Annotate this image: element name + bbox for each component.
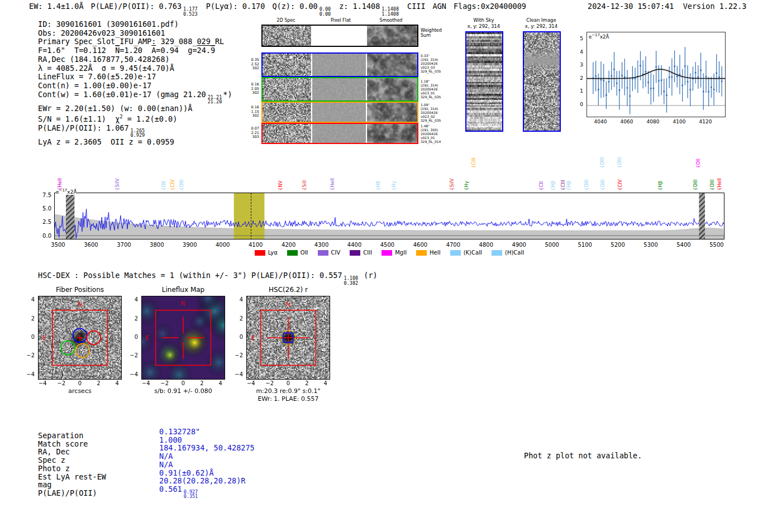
spectral-line-label: {OII xyxy=(695,159,701,168)
tick-label: 4 xyxy=(230,296,243,303)
legend-item: CIV xyxy=(318,250,341,256)
match-table-labels: SeparationMatch scoreRA, DecSpec zPhoto … xyxy=(38,432,106,497)
tick-label: 4500 xyxy=(380,242,394,248)
spec2d-row-fiber3 xyxy=(261,102,418,123)
plae-stack: 1.1770.523 xyxy=(183,7,198,16)
match-row-value: 1.000 xyxy=(159,436,255,444)
legend-swatch xyxy=(492,250,502,256)
plya-value: P(Lyα): 0.170 xyxy=(206,2,265,11)
tick-label: 5 xyxy=(574,36,583,41)
tick-label: 2 xyxy=(574,75,583,81)
spectral-line-label: {Hβ xyxy=(566,181,571,190)
legend-item: Lyα xyxy=(255,250,278,256)
fiber-positions-image: N E xyxy=(38,296,122,380)
legend-item: (K)CaII xyxy=(450,250,482,256)
tick-label: 2 xyxy=(200,380,203,386)
line-fit-plot xyxy=(586,32,726,117)
tick-label: 4040 xyxy=(594,119,607,124)
crosshair xyxy=(268,317,309,359)
spec2d-image xyxy=(263,54,311,76)
hsc-image: N E xyxy=(246,296,330,380)
tick-label: −4 xyxy=(21,371,35,377)
spectral-line-label: {NV xyxy=(278,180,283,190)
east-label: E xyxy=(42,335,46,341)
east-label: E xyxy=(251,335,255,341)
flags-value: Flags:0x20400009 xyxy=(454,2,526,11)
z-value: z: 1.14081.14081.1408 xyxy=(339,2,400,11)
tick-label: 5500 xyxy=(709,242,723,248)
match-row-label: Separation xyxy=(38,432,106,440)
clean-image-title: Clean Image xyxy=(526,17,556,23)
match-row-label: Match score xyxy=(38,440,106,448)
tick-label: 3700 xyxy=(117,242,131,248)
legend-item: MgII xyxy=(382,250,407,256)
lineflux-overlay: N E xyxy=(142,296,225,379)
match-row-label: Est LyA rest-EW xyxy=(38,473,106,481)
lineflux: LineFlux = 7.60(±5.20)e-17 xyxy=(38,73,232,82)
tick-label: 0 xyxy=(78,380,82,386)
north-label: N xyxy=(78,301,82,308)
tick-label: 4300 xyxy=(314,242,328,248)
pixelflat-image xyxy=(312,124,366,143)
photz-note: Phot z plot not available. xyxy=(524,451,642,460)
fiber1-weights: 0.352.52302 xyxy=(245,58,259,71)
fiber3-weights: 0.161.15302 xyxy=(245,106,259,118)
spectral-line-label: {OIII xyxy=(584,179,589,190)
plae-poii-local: P(LAE)/P(OII): 1.0671.2650.929 xyxy=(38,124,232,138)
col-header-smoothed: Smoothed xyxy=(380,18,403,23)
legend-swatch xyxy=(287,250,298,256)
tick-label: 5.0 xyxy=(36,205,51,212)
tick-label: 3600 xyxy=(84,242,98,248)
tick-label: 3500 xyxy=(51,242,65,248)
match-row-value: 0.5610.9270.351 xyxy=(159,485,255,499)
tick-label: 4080 xyxy=(647,119,660,124)
tick-label: 0 xyxy=(182,380,185,386)
fiber-circle-red xyxy=(87,331,101,345)
ra-dec: RA,Dec (184.167877,50.428268) xyxy=(38,55,232,64)
tick-label: −2 xyxy=(125,352,138,358)
pixelflat-image xyxy=(312,26,366,46)
tick-label: 4 xyxy=(125,296,138,303)
hsc-dex-summary: HSC-DEX : Possible Matches = 1 (within +… xyxy=(38,271,378,285)
smoothed-image xyxy=(367,78,417,100)
spectral-line-label: {CIII xyxy=(560,180,566,190)
hsc-overlay: N E xyxy=(247,296,330,379)
fiber3-meta: 1.09"(292, 314)20200426v023_02329_RL_035 xyxy=(421,103,449,122)
tick-label: 1 xyxy=(574,88,583,94)
match-row-value: 0.132728" xyxy=(159,428,255,436)
spectral-line-label: {CII xyxy=(538,181,544,190)
tick-label: 0 xyxy=(287,380,290,386)
match-row-value: N/A xyxy=(159,461,255,469)
match-row-label: Spec z xyxy=(38,456,106,464)
spectral-line-label: {OIII xyxy=(600,179,605,190)
match-row-value: N/A xyxy=(159,452,255,461)
legend-swatch xyxy=(350,250,360,256)
north-label: N xyxy=(181,300,185,306)
hsc-title: HSC(26.2) r xyxy=(269,286,308,294)
primary-spec: Primary Spec_Slot_IFU_AMP: 329_088_029_R… xyxy=(38,37,232,46)
obs-id: Obs: 20200426v023_3090161601 xyxy=(38,29,232,38)
tick-label: 5200 xyxy=(611,242,624,248)
tick-label: 4700 xyxy=(446,242,460,248)
spectral-line-label: {Hγ xyxy=(391,181,397,190)
gmag-stack: 21.2121.20 xyxy=(208,95,222,104)
spec2d-row-fiber2 xyxy=(261,77,418,102)
weighted-sum-label: Weighted Sum xyxy=(421,28,445,38)
tick-label: 0.0 xyxy=(36,233,51,239)
timestamp: 2024-12-30 15:07:41 xyxy=(588,2,674,11)
full-spectrum-canvas xyxy=(55,193,724,239)
timestamp-version: 2024-12-30 15:07:41 Version 1.22.3 xyxy=(588,2,747,11)
spectral-line-label: {HeII xyxy=(57,178,63,190)
tick-label: 4 xyxy=(323,380,327,386)
east-label: E xyxy=(146,335,149,341)
legend-swatch xyxy=(416,250,427,256)
tick-label: −2 xyxy=(265,380,274,386)
match-row-label: RA, Dec xyxy=(38,448,106,456)
sn-chi2: S/N = 1.6(±1.1) χ2 = 1.2(±0.0) xyxy=(38,113,232,123)
cont-n: Cont(n) = 1.00(±0.00)e-17 xyxy=(38,82,232,90)
lineflux-xlabel: s/b: 0.91 +/- 0.080 xyxy=(154,387,212,395)
lineflux-map-image: N E xyxy=(141,296,225,380)
hscdex-stack: 1.1080.382 xyxy=(344,276,359,285)
fiber-positions-overlay: N E xyxy=(39,296,121,379)
crosshair xyxy=(163,317,204,359)
